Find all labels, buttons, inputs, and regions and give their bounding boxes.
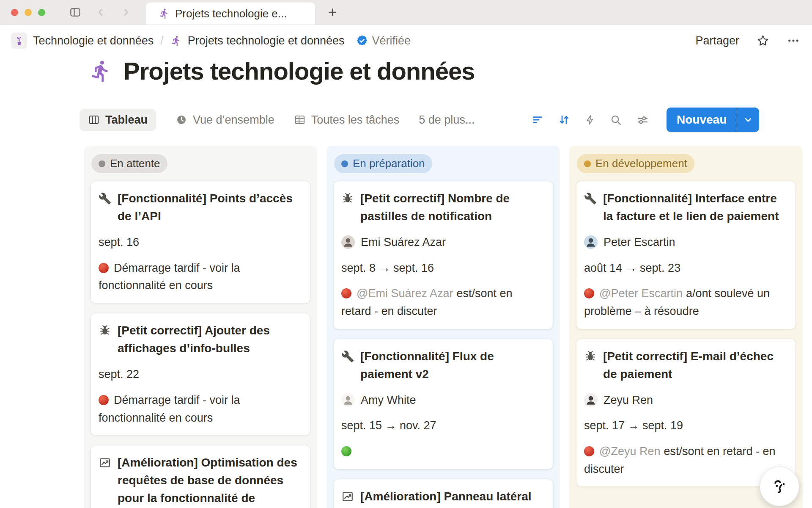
card-title: [Petit correctif] Nombre de pastilles de… — [360, 190, 545, 225]
person-name: Peter Escartin — [604, 234, 675, 251]
more-options-icon[interactable] — [787, 34, 800, 47]
sidebar-toggle-icon[interactable] — [69, 6, 82, 19]
runner-icon[interactable] — [89, 59, 112, 83]
avatar — [584, 393, 598, 407]
breadcrumb-page[interactable]: Projets technologie et données — [188, 34, 345, 47]
kanban-board: En attente [Fonctionnalité] Points d’acc… — [0, 146, 812, 508]
notion-window: Projets technologie e... Technologie et … — [0, 0, 812, 508]
automation-zap-icon[interactable] — [584, 114, 596, 126]
browser-tab[interactable]: Projets technologie e... — [146, 3, 315, 25]
card-status: Démarrage tardif - voir la fonctionnalit… — [99, 392, 302, 427]
card[interactable]: [Fonctionnalité] Interface entre la fact… — [576, 181, 796, 329]
card-title: [Petit correctif] E-mail d’échec de paie… — [603, 348, 788, 383]
card-title: [Fonctionnalité] Points d’accès de l’API — [118, 190, 302, 225]
breadcrumb-workspace[interactable]: Technologie et données — [33, 34, 154, 47]
page-header: Projets technologie et données — [89, 57, 475, 85]
view-tab-toutes-les-taches[interactable]: Toutes les tâches — [294, 113, 400, 127]
avatar — [341, 393, 355, 407]
new-button-group: Nouveau — [667, 108, 759, 132]
ai-face-icon — [767, 474, 792, 499]
bug-icon — [99, 324, 111, 337]
sort-icon[interactable] — [558, 113, 571, 126]
view-tab-more[interactable]: 5 de plus... — [419, 113, 475, 127]
breadcrumb-separator: / — [159, 34, 165, 47]
card[interactable]: [Amélioration] Panneau latéral de factur… — [333, 479, 553, 508]
new-button[interactable]: Nouveau — [667, 108, 737, 132]
person-mention: @Peter Escartin — [599, 287, 683, 300]
traffic-lights — [11, 9, 45, 16]
zoom-window-button[interactable] — [38, 9, 45, 16]
status-dot — [584, 160, 591, 167]
column-en-developpement: En développement [Fonctionnalité] Interf… — [569, 146, 803, 508]
card-title: [Amélioration] Optimisation des requêtes… — [118, 454, 302, 508]
notion-ai-button[interactable] — [760, 467, 799, 506]
card[interactable]: [Petit correctif] Ajouter des affichages… — [91, 313, 310, 436]
runner-icon — [159, 8, 170, 19]
bug-icon — [341, 192, 354, 205]
wrench-icon — [584, 192, 597, 205]
card-date: sept. 16 — [99, 234, 302, 251]
page-title[interactable]: Projets technologie et données — [123, 57, 475, 85]
close-window-button[interactable] — [11, 9, 18, 16]
view-tab-vue-densemble[interactable]: Vue d’ensemble — [176, 113, 274, 127]
card-person: Amy White — [341, 392, 545, 409]
card[interactable]: [Petit correctif] Nombre de pastilles de… — [333, 181, 553, 329]
card-title: [Petit correctif] Ajouter des affichages… — [118, 322, 302, 357]
wrench-icon — [99, 192, 111, 205]
status-dot — [341, 160, 348, 167]
tab-title: Projets technologie e... — [175, 7, 287, 20]
red-status-dot — [341, 288, 351, 298]
back-icon[interactable] — [95, 6, 107, 18]
view-tab-tableau[interactable]: Tableau — [80, 109, 156, 131]
red-status-dot — [99, 395, 109, 405]
table-icon — [294, 114, 306, 126]
person-mention: @Emi Suárez Azar — [357, 287, 453, 300]
person-mention: @Zeyu Ren — [599, 445, 660, 458]
minimize-window-button[interactable] — [25, 9, 32, 16]
new-dropdown-button[interactable] — [737, 108, 759, 132]
card-date: sept. 8 → sept. 16 — [341, 260, 545, 277]
chart-icon — [341, 490, 354, 503]
card-status: @Peter Escartina/ont soulevé un problème… — [584, 285, 788, 320]
card[interactable]: [Petit correctif] E-mail d’échec de paie… — [576, 339, 796, 487]
card-person: Zeyu Ren — [584, 392, 788, 409]
view-toolbar: Nouveau — [531, 107, 759, 133]
favorite-star-icon[interactable] — [756, 34, 770, 47]
card-status: @Zeyu Renest/sont en retard - en discute… — [584, 443, 788, 478]
column-header-pill[interactable]: En développement — [577, 154, 694, 173]
person-name: Amy White — [361, 392, 416, 409]
share-button[interactable]: Partager — [695, 34, 739, 47]
column-en-attente: En attente [Fonctionnalité] Points d’acc… — [84, 146, 317, 508]
verified-label: Vérifiée — [372, 34, 411, 47]
workspace-plant-icon[interactable] — [11, 33, 27, 49]
new-tab-icon[interactable] — [326, 6, 338, 18]
column-en-preparation: En préparation [Petit correctif] Nombre … — [326, 146, 560, 508]
window-tab-bar: Projets technologie e... — [0, 0, 812, 25]
bug-icon — [584, 350, 597, 363]
person-name: Zeyu Ren — [604, 392, 653, 409]
card-status — [341, 443, 545, 461]
card-title: [Fonctionnalité] Flux de paiement v2 — [360, 348, 545, 383]
verified-badge[interactable]: Vérifiée — [356, 34, 411, 47]
card-status: Démarrage tardif - voir la fonctionnalit… — [99, 260, 302, 295]
green-status-dot — [341, 446, 351, 456]
card[interactable]: [Amélioration] Optimisation des requêtes… — [91, 445, 310, 508]
forward-icon[interactable] — [120, 6, 132, 18]
card[interactable]: [Fonctionnalité] Points d’accès de l’API… — [91, 181, 310, 304]
overview-icon — [176, 114, 187, 126]
card[interactable]: [Fonctionnalité] Flux de paiement v2 Amy… — [333, 339, 553, 469]
filter-icon[interactable] — [531, 113, 544, 126]
card-title: [Amélioration] Panneau latéral de factur… — [360, 488, 545, 508]
column-header-pill[interactable]: En préparation — [334, 154, 432, 173]
verified-seal-icon — [356, 34, 368, 47]
card-date: sept. 15 → nov. 27 — [341, 417, 545, 434]
card-person: Emi Suárez Azar — [341, 234, 545, 251]
chart-icon — [99, 456, 111, 469]
view-tabs: Tableau Vue d’ensemble Toutes les tâches… — [80, 107, 475, 133]
red-status-dot — [584, 446, 594, 456]
view-settings-sliders-icon[interactable] — [636, 113, 649, 127]
search-icon[interactable] — [610, 114, 622, 126]
person-name: Emi Suárez Azar — [361, 234, 446, 251]
red-status-dot — [99, 263, 109, 273]
column-header-pill[interactable]: En attente — [91, 154, 167, 173]
